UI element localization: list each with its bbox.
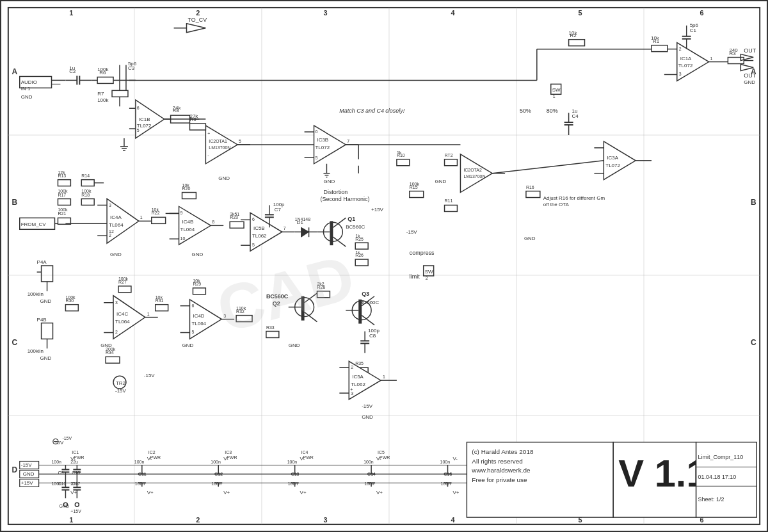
svg-text:C3: C3: [128, 65, 135, 71]
svg-text:1u: 1u: [572, 108, 578, 114]
svg-text:+15V: +15V: [21, 480, 33, 486]
svg-text:2: 2: [351, 365, 353, 369]
svg-rect-123: [569, 40, 585, 46]
svg-text:IC5: IC5: [378, 450, 385, 455]
svg-text:C: C: [12, 338, 17, 347]
svg-text:(Second Harmonic): (Second Harmonic): [320, 196, 369, 202]
svg-text:V-: V-: [452, 456, 458, 462]
svg-text:01.04.18 17:10: 01.04.18 17:10: [698, 474, 737, 480]
svg-text:GND: GND: [59, 504, 68, 508]
svg-text:Match C3 and C4 closely!: Match C3 and C4 closely!: [339, 108, 404, 114]
svg-text:SW: SW: [425, 269, 433, 275]
svg-text:GND: GND: [40, 355, 52, 361]
svg-text:100k: 100k: [58, 189, 68, 193]
svg-text:Limit_Compr_110: Limit_Compr_110: [698, 454, 744, 460]
svg-text:IC1: IC1: [72, 450, 79, 455]
svg-text:2: 2: [196, 516, 200, 524]
svg-rect-236: [526, 191, 540, 198]
svg-text:3: 3: [323, 9, 327, 17]
svg-text:22u: 22u: [70, 460, 78, 464]
svg-text:off the OTA: off the OTA: [543, 202, 570, 207]
svg-text:GND: GND: [40, 298, 52, 304]
svg-text:IC4A: IC4A: [110, 214, 122, 220]
svg-text:3: 3: [351, 391, 353, 396]
svg-rect-292: [193, 288, 205, 294]
svg-text:27k: 27k: [189, 113, 198, 119]
svg-rect-77: [189, 124, 205, 130]
svg-text:R21: R21: [58, 211, 66, 216]
svg-text:100k: 100k: [81, 189, 92, 193]
svg-text:B: B: [12, 198, 17, 207]
svg-text:7: 7: [347, 139, 349, 143]
svg-text:RT2: RT2: [445, 153, 453, 157]
svg-text:+: +: [207, 131, 210, 136]
svg-text:100p: 100p: [368, 328, 380, 334]
svg-text:SW: SW: [552, 87, 561, 93]
svg-text:100k: 100k: [118, 277, 129, 281]
svg-text:www.haraldswerk.de: www.haraldswerk.de: [471, 467, 531, 474]
svg-rect-189: [230, 222, 244, 228]
svg-text:200k: 200k: [106, 347, 116, 351]
svg-text:100n: 100n: [135, 481, 145, 486]
svg-rect-241: [445, 159, 458, 166]
svg-rect-280: [156, 305, 168, 311]
svg-text:1N4148: 1N4148: [295, 217, 310, 222]
svg-text:2: 2: [679, 47, 682, 51]
svg-text:C15: C15: [444, 472, 452, 476]
svg-text:Free for private use: Free for private use: [472, 476, 527, 483]
svg-text:V+: V+: [70, 490, 77, 496]
svg-text:IC4: IC4: [301, 450, 308, 455]
svg-text:GND: GND: [524, 236, 536, 241]
svg-text:C11: C11: [138, 472, 147, 476]
svg-text:limit: limit: [410, 273, 420, 280]
svg-text:OUT: OUT: [744, 47, 756, 54]
svg-text:P4A: P4A: [37, 259, 47, 265]
svg-text:5p6: 5p6: [128, 61, 137, 67]
svg-text:C17: C17: [72, 481, 80, 486]
svg-text:R18: R18: [81, 193, 90, 197]
svg-text:-15V: -15V: [62, 436, 72, 440]
svg-text:100k: 100k: [410, 182, 420, 186]
svg-text:GND: GND: [323, 179, 335, 184]
svg-text:-15V: -15V: [144, 373, 155, 378]
svg-text:50%: 50%: [520, 108, 531, 114]
svg-text:100k: 100k: [65, 295, 76, 300]
svg-text:GND: GND: [218, 175, 230, 181]
svg-text:5: 5: [578, 9, 582, 17]
svg-text:C7: C7: [275, 207, 282, 213]
svg-text:R16: R16: [526, 185, 534, 189]
svg-text:100klin: 100klin: [28, 348, 44, 354]
svg-text:4: 4: [451, 516, 455, 524]
svg-text:10k: 10k: [156, 295, 163, 300]
svg-text:6: 6: [252, 217, 255, 222]
svg-text:5p6: 5p6: [690, 22, 699, 28]
svg-rect-223: [355, 243, 368, 249]
svg-text:PWR: PWR: [150, 455, 161, 460]
svg-text:PWR: PWR: [227, 455, 237, 460]
svg-text:6: 6: [316, 129, 318, 134]
svg-text:6: 6: [191, 303, 194, 308]
svg-text:+15V: +15V: [371, 207, 383, 213]
svg-text:1: 1: [69, 516, 73, 524]
svg-text:10k: 10k: [182, 183, 190, 188]
svg-text:Q1: Q1: [348, 216, 355, 222]
svg-rect-155: [81, 180, 94, 186]
svg-text:3k51: 3k51: [230, 212, 239, 216]
svg-text:C10: C10: [72, 471, 80, 475]
svg-text:compress: compress: [410, 250, 435, 256]
svg-text:IC2: IC2: [148, 450, 156, 455]
svg-text:100n: 100n: [211, 460, 221, 464]
svg-rect-45: [97, 77, 113, 83]
svg-rect-226: [355, 259, 368, 266]
svg-text:24k: 24k: [173, 105, 181, 111]
svg-text:P4B: P4B: [37, 317, 47, 323]
svg-text:100k: 100k: [58, 207, 68, 212]
svg-text:C4: C4: [572, 113, 579, 119]
svg-text:1: 1: [140, 215, 143, 220]
svg-text:5: 5: [252, 243, 255, 247]
svg-text:IC1A: IC1A: [680, 56, 692, 61]
svg-text:100k: 100k: [97, 67, 108, 72]
svg-text:IC2OTA1: IC2OTA1: [209, 139, 227, 143]
svg-text:240: 240: [729, 47, 738, 53]
svg-text:-15V: -15V: [21, 462, 32, 468]
